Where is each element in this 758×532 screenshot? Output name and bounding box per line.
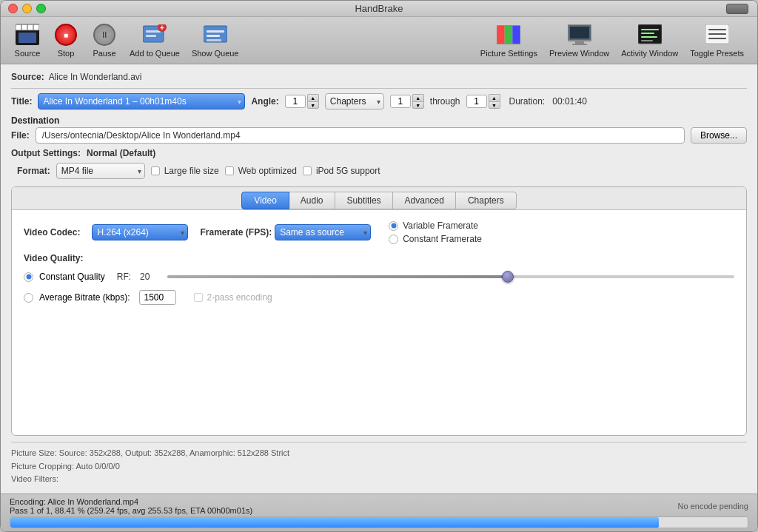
from-up-button[interactable]: ▲ — [412, 94, 424, 101]
constant-framerate-radio[interactable] — [389, 235, 398, 244]
constant-quality-row: Constant Quality RF: 20 — [24, 269, 734, 284]
variable-framerate-radio[interactable] — [389, 221, 398, 231]
stop-label: Stop — [58, 49, 75, 58]
quality-slider-container — [167, 269, 734, 284]
format-row: Format: MP4 file Large file size Web opt… — [11, 163, 747, 179]
quality-label: Video Quality: — [24, 253, 734, 263]
web-optimized-checkbox[interactable] — [225, 166, 234, 175]
source-button[interactable]: Source — [10, 21, 45, 59]
constant-quality-radio[interactable] — [24, 272, 33, 282]
progress-bar-container — [10, 516, 748, 528]
encoding-title: Encoding: Alice In Wonderland.mp4 — [10, 497, 252, 506]
bitrate-input[interactable] — [139, 290, 176, 305]
video-filters-line: Video Filters: — [11, 473, 747, 486]
preview-window-label: Preview Window — [549, 49, 609, 58]
to-stepper-buttons: ▲ ▼ — [489, 94, 500, 109]
average-bitrate-radio[interactable] — [24, 293, 33, 303]
large-file-label: Large file size — [164, 166, 219, 176]
file-path-input[interactable] — [36, 127, 685, 144]
tab-audio[interactable]: Audio — [288, 192, 336, 209]
toolbar-right-group: Picture Settings Preview Window — [476, 21, 748, 59]
title-select[interactable]: Alice In Wonderland 1 – 00h01m40s — [38, 93, 245, 110]
svg-rect-30 — [708, 33, 726, 35]
tab-chapters[interactable]: Chapters — [455, 192, 517, 209]
angle-up-button[interactable]: ▲ — [307, 94, 319, 101]
variable-framerate-label: Variable Framerate — [403, 220, 478, 231]
tabs-panel: Video Audio Subtitles Advanced Chapters … — [11, 186, 747, 436]
angle-down-button[interactable]: ▼ — [307, 101, 319, 109]
tab-advanced[interactable]: Advanced — [392, 192, 457, 209]
main-content: Source: Alice In Wonderland.avi Title: A… — [1, 64, 757, 494]
quality-rows: Constant Quality RF: 20 — [24, 269, 734, 305]
svg-rect-29 — [708, 29, 726, 30]
picture-settings-label: Picture Settings — [480, 49, 537, 58]
ipod-label: iPod 5G support — [316, 166, 380, 176]
to-down-button[interactable]: ▼ — [489, 101, 500, 109]
show-queue-label: Show Queue — [192, 49, 239, 58]
picture-settings-button[interactable]: Picture Settings — [476, 21, 542, 59]
tab-subtitles[interactable]: Subtitles — [335, 192, 394, 209]
framerate-select-wrapper: Same as source — [275, 224, 371, 240]
svg-rect-24 — [641, 29, 659, 30]
large-file-checkbox[interactable] — [151, 166, 160, 175]
codec-select[interactable]: H.264 (x264) — [92, 224, 188, 240]
pause-button[interactable]: Pause — [87, 21, 122, 59]
maximize-button[interactable] — [36, 4, 46, 13]
from-stepper: 1 ▲ ▼ — [390, 94, 424, 109]
svg-rect-14 — [207, 39, 221, 41]
show-queue-icon — [204, 23, 227, 47]
close-button[interactable] — [8, 4, 18, 13]
svg-text:+: + — [160, 24, 164, 32]
framerate-group: Framerate (FPS): Same as source — [200, 224, 371, 240]
encoding-footer: Encoding: Alice In Wonderland.mp4 Pass 1… — [1, 494, 757, 531]
angle-label: Angle: — [251, 96, 278, 107]
title-select-wrapper: Alice In Wonderland 1 – 00h01m40s — [38, 93, 245, 110]
from-stepper-buttons: ▲ ▼ — [412, 94, 424, 109]
destination-row: File: Browse... — [11, 127, 747, 144]
preview-window-button[interactable]: Preview Window — [545, 21, 614, 59]
format-select[interactable]: MP4 file — [56, 163, 145, 179]
average-bitrate-label: Average Bitrate (kbps): — [39, 292, 130, 303]
framerate-select[interactable]: Same as source — [275, 224, 371, 240]
add-queue-button[interactable]: + Add to Queue — [125, 21, 184, 59]
web-optimized-row: Web optimized — [225, 166, 297, 176]
rf-value: 20 — [140, 272, 150, 282]
web-optimized-label: Web optimized — [238, 166, 297, 176]
browse-button[interactable]: Browse... — [691, 127, 747, 144]
stop-button[interactable]: Stop — [48, 21, 84, 59]
from-down-button[interactable]: ▼ — [412, 101, 424, 109]
duration-label-text: Duration: — [509, 96, 546, 107]
to-up-button[interactable]: ▲ — [489, 94, 500, 101]
picture-crop-line: Picture Cropping: Auto 0/0/0/0 — [11, 460, 747, 474]
quality-section: Video Quality: Constant Quality RF: 20 — [24, 253, 734, 305]
preview-window-icon — [568, 23, 591, 47]
window-title: HandBrake — [355, 3, 403, 14]
destination-section: Destination File: Browse... — [11, 115, 747, 144]
chapters-select[interactable]: Chapters — [325, 93, 384, 110]
toggle-presets-button[interactable]: Toggle Presets — [685, 21, 748, 59]
tabs-header: Video Audio Subtitles Advanced Chapters — [12, 187, 746, 210]
two-pass-checkbox[interactable] — [194, 293, 203, 302]
activity-window-button[interactable]: Activity Window — [617, 21, 682, 59]
encoding-progress-text: Pass 1 of 1, 88.41 % (259.24 fps, avg 25… — [10, 506, 252, 515]
angle-stepper: 1 ▲ ▼ — [285, 94, 319, 109]
minimize-button[interactable] — [22, 4, 32, 13]
source-field-label: Source: — [11, 72, 44, 82]
toolbar-left-group: Source Stop Pause — [10, 21, 244, 59]
tab-video[interactable]: Video — [241, 192, 289, 209]
two-pass-label: 2-pass encoding — [207, 292, 272, 303]
codec-label: Video Codec: — [24, 227, 80, 238]
quality-slider-thumb[interactable] — [502, 271, 514, 283]
show-queue-button[interactable]: Show Queue — [187, 21, 244, 59]
window-controls — [8, 4, 46, 13]
variable-framerate-item: Variable Framerate — [389, 220, 482, 231]
svg-rect-21 — [575, 41, 584, 44]
codec-row: Video Codec: H.264 (x264) Framerate (FPS… — [24, 220, 734, 244]
ipod-checkbox[interactable] — [303, 166, 312, 175]
window-resize-handle[interactable] — [726, 4, 748, 14]
to-value: 1 — [466, 95, 487, 108]
title-row: Title: Alice In Wonderland 1 – 00h01m40s… — [11, 93, 747, 110]
svg-rect-5 — [19, 33, 36, 43]
svg-rect-13 — [207, 35, 220, 37]
source-label: Source — [15, 49, 41, 58]
